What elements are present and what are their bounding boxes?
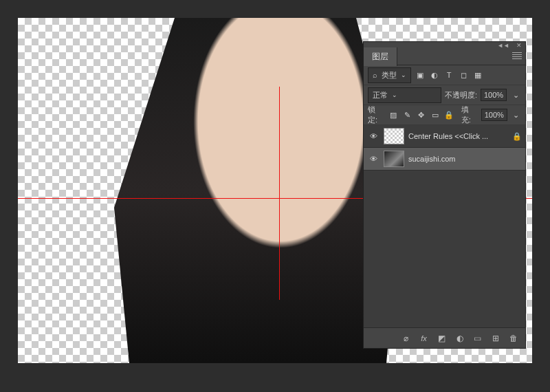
filter-type-dropdown[interactable]: ⌕ 类型 xyxy=(368,67,411,83)
filter-smart-icon[interactable]: ▦ xyxy=(472,69,483,80)
layer-item[interactable]: 👁 Center Rules <<Click ... 🔒 xyxy=(364,125,525,148)
opacity-input[interactable]: 100% xyxy=(481,89,507,101)
layers-panel: ◄◄ ✕ 图层 ⌕ 类型 ▣ ◐ T ◻ ▦ 正常 不透明度: 100% ⌄ 锁… xyxy=(363,41,526,349)
lock-transparency-icon[interactable]: ▨ xyxy=(388,109,398,120)
chevron-down-icon[interactable]: ⌄ xyxy=(510,89,521,100)
guide-vertical[interactable] xyxy=(279,87,280,300)
blend-mode-dropdown[interactable]: 正常 xyxy=(368,87,441,103)
lock-all-icon[interactable]: 🔒 xyxy=(443,109,454,120)
fx-icon[interactable]: fx xyxy=(419,333,429,343)
search-icon: ⌕ xyxy=(373,71,377,79)
lock-artboard-icon[interactable]: ▭ xyxy=(430,109,440,120)
link-layers-icon[interactable]: ⌀ xyxy=(401,333,411,343)
blend-mode-value: 正常 xyxy=(373,90,388,100)
fill-label: 填充: xyxy=(461,105,478,125)
adjustment-icon[interactable]: ◐ xyxy=(454,333,465,343)
close-icon[interactable]: ✕ xyxy=(516,42,522,49)
lock-brush-icon[interactable]: ✎ xyxy=(402,109,412,120)
layer-name[interactable]: Center Rules <<Click ... xyxy=(408,132,508,140)
trash-icon[interactable]: 🗑 xyxy=(508,333,518,343)
filter-label: 类型 xyxy=(382,70,397,80)
panel-menu-icon[interactable] xyxy=(512,52,522,59)
filter-image-icon[interactable]: ▣ xyxy=(415,69,426,80)
fill-input[interactable]: 100% xyxy=(481,109,507,121)
opacity-label: 不透明度: xyxy=(445,90,477,100)
blend-row: 正常 不透明度: 100% ⌄ xyxy=(364,85,525,105)
layer-name[interactable]: sucaijishi.com xyxy=(408,155,522,163)
tab-layers[interactable]: 图层 xyxy=(364,47,397,66)
chevron-down-icon[interactable]: ⌄ xyxy=(511,109,521,120)
panel-tabs: 图层 xyxy=(364,49,525,65)
collapse-icon[interactable]: ◄◄ xyxy=(497,42,509,49)
group-icon[interactable]: ▭ xyxy=(472,333,483,343)
filter-shape-icon[interactable]: ◻ xyxy=(458,69,469,80)
panel-footer: ⌀ fx ◩ ◐ ▭ ⊞ 🗑 xyxy=(364,327,525,348)
filter-row: ⌕ 类型 ▣ ◐ T ◻ ▦ xyxy=(364,65,525,85)
layer-thumbnail[interactable] xyxy=(384,128,404,144)
lock-icon[interactable]: 🔒 xyxy=(512,132,522,141)
layer-thumbnail[interactable] xyxy=(384,151,404,167)
visibility-toggle-icon[interactable]: 👁 xyxy=(367,155,380,163)
filter-adjust-icon[interactable]: ◐ xyxy=(429,69,440,80)
lock-label: 锁定: xyxy=(368,105,384,125)
lock-move-icon[interactable]: ✥ xyxy=(416,109,426,120)
mask-icon[interactable]: ◩ xyxy=(437,333,447,343)
lock-row: 锁定: ▨ ✎ ✥ ▭ 🔒 填充: 100% ⌄ xyxy=(364,105,525,125)
layer-item[interactable]: 👁 sucaijishi.com xyxy=(364,148,525,171)
filter-text-icon[interactable]: T xyxy=(443,69,454,80)
layer-list: 👁 Center Rules <<Click ... 🔒 👁 sucaijish… xyxy=(364,125,525,327)
new-layer-icon[interactable]: ⊞ xyxy=(490,333,500,343)
visibility-toggle-icon[interactable]: 👁 xyxy=(367,132,380,140)
